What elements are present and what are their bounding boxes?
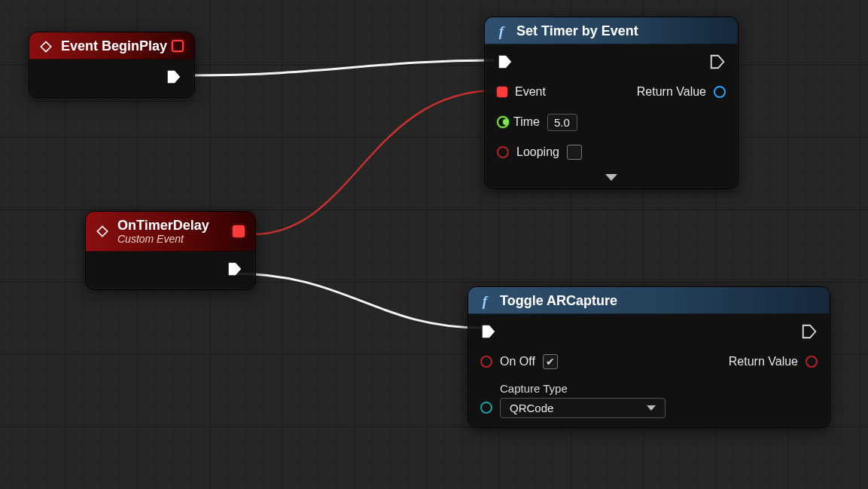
capture-type-select[interactable]: QRCode (500, 398, 665, 418)
capture-type-input-pin[interactable]: Capture Type QRCode (480, 382, 665, 418)
event-icon (38, 39, 53, 54)
looping-checkbox[interactable] (567, 145, 582, 160)
node-ontimerdelay[interactable]: OnTimerDelay Custom Event (85, 211, 256, 290)
return-value-output-pin[interactable]: Return Value (637, 82, 726, 102)
node-title: Toggle ARCapture (500, 293, 617, 309)
pin-label: Return Value (729, 355, 798, 368)
looping-input-pin[interactable]: Looping (497, 142, 582, 162)
function-icon: f (494, 24, 509, 39)
pin-label: Return Value (637, 85, 706, 99)
expand-node-toggle[interactable] (605, 174, 617, 181)
event-icon (95, 224, 110, 239)
time-input-pin[interactable]: Time 5.0 (497, 112, 577, 132)
pin-label: Event (515, 85, 546, 99)
node-set-timer-by-event[interactable]: f Set Timer by Event Event Time 5.0 Loo (484, 17, 739, 189)
exec-output-pin[interactable] (801, 322, 818, 341)
pin-label: On Off (500, 355, 535, 368)
pin-label: Looping (516, 145, 559, 159)
exec-output-pin[interactable] (709, 52, 726, 72)
delegate-output-pin[interactable] (233, 225, 245, 237)
event-input-pin[interactable]: Event (497, 82, 546, 102)
onoff-checkbox[interactable] (543, 354, 558, 369)
function-icon: f (477, 294, 492, 309)
node-header[interactable]: f Toggle ARCapture (468, 287, 830, 314)
node-header[interactable]: Event BeginPlay (29, 32, 194, 60)
exec-output-pin[interactable] (227, 259, 243, 279)
delegate-output-pin[interactable] (172, 40, 184, 52)
exec-input-pin[interactable] (480, 322, 497, 341)
time-value-input[interactable]: 5.0 (547, 114, 577, 131)
node-event-beginplay[interactable]: Event BeginPlay (29, 32, 195, 98)
exec-output-pin[interactable] (166, 67, 182, 87)
node-title: Event BeginPlay (61, 38, 167, 54)
onoff-input-pin[interactable]: On Off (480, 352, 558, 371)
select-value: QRCode (510, 402, 553, 414)
return-value-output-pin[interactable]: Return Value (729, 352, 818, 371)
pin-label: Time (513, 115, 540, 129)
chevron-down-icon (647, 405, 656, 411)
node-subtitle: Custom Event (117, 233, 209, 245)
exec-input-pin[interactable] (497, 52, 513, 72)
node-header[interactable]: OnTimerDelay Custom Event (86, 212, 255, 252)
node-title: Set Timer by Event (516, 23, 638, 39)
node-header[interactable]: f Set Timer by Event (485, 17, 738, 44)
node-title: OnTimerDelay (117, 218, 209, 234)
node-toggle-arcapture[interactable]: f Toggle ARCapture On Off Capture Type Q… (468, 286, 830, 428)
pin-label: Capture Type (500, 382, 665, 395)
